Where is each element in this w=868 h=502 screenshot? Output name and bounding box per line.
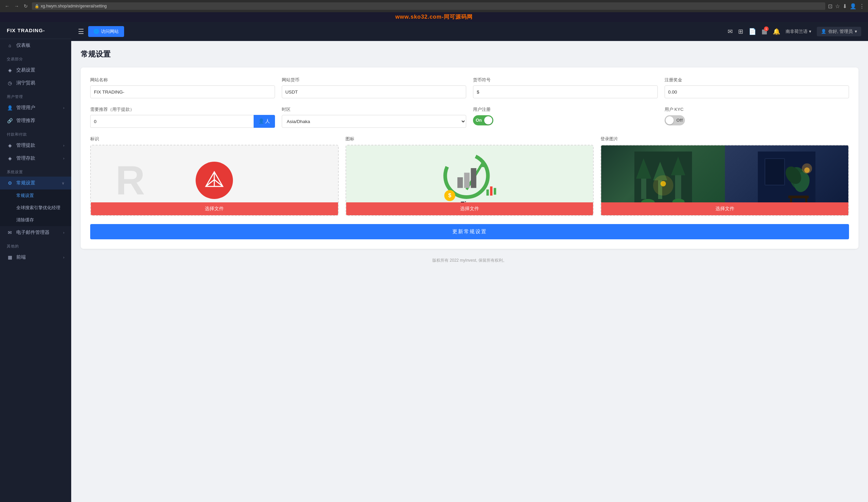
footer: 版权所有 2022 myInvest, 保留所有权利。 xyxy=(81,254,858,265)
bell-icon[interactable]: 🔔 xyxy=(773,28,780,35)
svg-rect-14 xyxy=(494,188,496,195)
timezone-select[interactable]: Asia/Dhaka Asia/Tokyo America/New_York xyxy=(282,115,466,128)
site-name-input[interactable] xyxy=(90,85,275,98)
sidebar-item-manage-users[interactable]: 👤 管理用户 › xyxy=(0,101,71,114)
sidebar-item-manage-deposit[interactable]: ◈ 管理存款 › xyxy=(0,152,71,165)
lock-icon: 🔒 xyxy=(34,4,39,9)
watermark-text: www.sko32.com-同可源码网 xyxy=(395,14,473,20)
svg-rect-8 xyxy=(464,173,469,188)
lang-label: 南非荷兰语 xyxy=(786,29,808,34)
translate-icon[interactable]: ⊡ xyxy=(828,3,833,10)
svg-rect-36 xyxy=(788,196,809,198)
svg-rect-13 xyxy=(490,186,492,196)
account-icon[interactable]: 👤 xyxy=(850,3,857,10)
visit-site-button[interactable]: 🌐 访问网站 xyxy=(88,26,124,37)
login-select-file-button[interactable]: 选择文件 xyxy=(601,202,848,215)
settings-card: 网站名称 网站货币 货币符号 注册奖金 xyxy=(81,67,858,249)
sidebar-item-manage-withdraw[interactable]: ◈ 管理提款 › xyxy=(0,139,71,152)
sidebar-item-general-settings[interactable]: ⚙ 常规设置 ∨ xyxy=(0,177,71,189)
user-reg-toggle-wrap: On xyxy=(473,115,658,128)
svg-line-3 xyxy=(214,180,223,186)
site-name-label: 网站名称 xyxy=(90,77,275,83)
sidebar-sub-seo[interactable]: 全球搜索引擎优化经理 xyxy=(0,202,71,214)
sidebar-item-email-manager[interactable]: ✉ 电子邮件管理器 › xyxy=(0,226,71,239)
sidebar-sub-clear-cache[interactable]: 清除缓存 xyxy=(0,214,71,226)
language-selector[interactable]: 南非荷兰语 ▾ xyxy=(786,29,812,34)
bookmark-icon[interactable]: ☆ xyxy=(835,3,840,10)
sidebar-general-settings-label: 常规设置 xyxy=(16,180,35,186)
deposit-icon: ◈ xyxy=(7,156,13,161)
reg-bonus-input[interactable] xyxy=(664,85,849,98)
apps-icon[interactable]: ⊞ xyxy=(738,28,743,35)
form-group-site-currency: 网站货币 xyxy=(282,77,466,98)
svg-point-27 xyxy=(661,181,666,186)
form-row-2: 需要推荐（用于提款） 👤 人 时区 Asia/Dhaka Asia/Tokyo … xyxy=(90,106,849,128)
menu-icon[interactable]: ⋮ xyxy=(859,3,865,10)
mail-icon[interactable]: ✉ xyxy=(727,28,733,35)
logo-circle xyxy=(196,162,233,199)
need-referral-input[interactable] xyxy=(90,115,254,128)
sidebar-email-label: 电子邮件管理器 xyxy=(16,229,50,236)
home-icon: ⌂ xyxy=(7,43,13,48)
image-sections: 标识 R xyxy=(90,136,849,216)
forest-scene xyxy=(634,151,692,209)
sidebar-item-frontend[interactable]: ▦ 前端 › xyxy=(0,251,71,264)
user-kyc-label: 用户 KYC xyxy=(664,106,849,113)
logo-select-file-button[interactable]: 选择文件 xyxy=(91,202,338,215)
page-title: 常规设置 xyxy=(81,49,858,59)
user-avatar-icon: 👤 xyxy=(821,29,826,34)
sidebar-manage-users-label: 管理用户 xyxy=(16,105,35,111)
topnav: ☰ 🌐 访问网站 ✉ ⊞ 📄 ▦ 1 🔔 南非荷兰语 ▾ 👤 你好 xyxy=(71,22,868,41)
sidebar-item-trade-settings[interactable]: ◈ 交易设置 xyxy=(0,64,71,76)
url-bar[interactable]: 🔒 xg.hwym.shop/admin/general/setting xyxy=(32,2,825,10)
currency-symbol-input[interactable] xyxy=(473,85,658,98)
chevron-right-icon4: › xyxy=(63,230,64,234)
referral-user-button[interactable]: 👤 人 xyxy=(254,115,275,128)
svg-rect-7 xyxy=(457,177,463,188)
user-kyc-toggle-wrap: Off xyxy=(664,115,849,128)
footer-text: 版权所有 2022 myInvest, 保留所有权利。 xyxy=(432,258,507,263)
user-menu[interactable]: 👤 你好, 管理员 ▾ xyxy=(817,27,861,36)
chevron-down-icon: ∨ xyxy=(62,181,64,186)
sidebar-manage-withdraw-label: 管理提款 xyxy=(16,142,35,148)
sidebar-item-run-trade[interactable]: ◷ 润宁贸易 xyxy=(0,76,71,90)
svg-rect-9 xyxy=(471,168,476,188)
room-scene xyxy=(758,151,815,209)
user-kyc-toggle[interactable]: Off xyxy=(664,115,685,125)
form-group-user-reg: 用户注册 On xyxy=(473,106,658,128)
sidebar-item-manage-referrals[interactable]: 🔗 管理推荐 xyxy=(0,114,71,127)
visit-btn-label: 访问网站 xyxy=(101,29,119,34)
docs-icon[interactable]: 📄 xyxy=(749,28,756,35)
svg-text:$: $ xyxy=(448,192,451,198)
logo-bg-letter: R xyxy=(116,157,145,204)
sidebar-manage-referrals-label: 管理推荐 xyxy=(16,118,35,124)
gear-icon: ⚙ xyxy=(7,180,13,186)
form-group-user-kyc: 用户 KYC Off xyxy=(664,106,849,128)
update-settings-button[interactable]: 更新常规设置 xyxy=(90,224,849,239)
withdraw-icon: ◈ xyxy=(7,143,13,148)
sidebar-section-payments: 付款和付款 xyxy=(0,127,71,139)
forward-button[interactable]: → xyxy=(13,3,20,10)
layout-icon[interactable]: ▦ 1 xyxy=(762,28,767,35)
download-icon[interactable]: ⬇ xyxy=(843,3,847,10)
user-reg-toggle[interactable]: On xyxy=(473,115,493,125)
back-button[interactable]: ← xyxy=(3,3,11,10)
sidebar-item-dashboard[interactable]: ⌂ 仪表板 xyxy=(0,39,71,52)
sidebar-sub-general: 常规设置 全球搜索引擎优化经理 清除缓存 xyxy=(0,189,71,226)
referral-input-group: 👤 人 xyxy=(90,115,275,128)
browser-bar: ← → ↻ 🔒 xg.hwym.shop/admin/general/setti… xyxy=(0,0,868,12)
layout-badge: 1 xyxy=(764,27,769,31)
reg-bonus-label: 注册奖金 xyxy=(664,77,849,83)
hamburger-icon[interactable]: ☰ xyxy=(78,28,84,35)
form-group-currency-symbol: 货币符号 xyxy=(473,77,658,98)
sidebar-section-users: 用户管理 xyxy=(0,90,71,101)
link-icon: 🔗 xyxy=(7,118,13,123)
icon-select-file-button[interactable]: 选择文件 xyxy=(346,202,593,215)
refresh-button[interactable]: ↻ xyxy=(22,3,29,10)
sidebar: FIX TRADING- ⌂ 仪表板 交易部分 ◈ 交易设置 ◷ 润宁贸易 用户… xyxy=(0,22,71,502)
site-currency-input[interactable] xyxy=(282,85,466,98)
sidebar-sub-general-settings[interactable]: 常规设置 xyxy=(0,189,71,202)
form-row-1: 网站名称 网站货币 货币符号 注册奖金 xyxy=(90,77,849,98)
image-section-icon: 图标 xyxy=(345,136,594,216)
image-section-login: 登录图片 xyxy=(600,136,849,216)
